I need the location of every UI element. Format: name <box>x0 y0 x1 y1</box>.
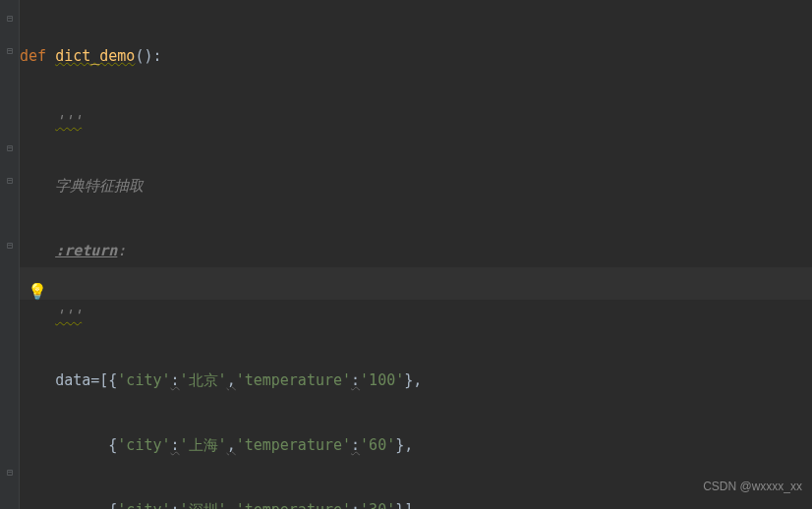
function-name: dict_demo <box>55 47 135 65</box>
string-key: 'temperature' <box>236 436 351 454</box>
code-line: {'city':'上海','temperature':'60'}, <box>20 429 422 462</box>
colon: : <box>171 371 180 389</box>
fold-marker-icon[interactable]: ⊟ <box>4 174 16 186</box>
bracket: }, <box>395 436 413 454</box>
code-line: ''' <box>20 105 422 138</box>
colon: : <box>171 436 180 454</box>
string-key: 'city' <box>117 371 170 389</box>
fold-marker-icon[interactable]: ⊟ <box>4 12 16 24</box>
bracket: }, <box>404 371 422 389</box>
colon: : <box>152 47 161 65</box>
colon: : <box>351 436 360 454</box>
bracket: { <box>108 436 117 454</box>
string-key: 'city' <box>117 436 170 454</box>
colon: : <box>351 501 360 509</box>
equals: = <box>90 371 99 389</box>
string-key: 'city' <box>117 501 170 509</box>
fold-marker-icon[interactable]: ⊟ <box>4 239 16 251</box>
comma: , <box>227 501 236 509</box>
string-value: '30' <box>360 501 395 509</box>
colon: : <box>351 371 360 389</box>
string-value: '60' <box>360 436 395 454</box>
variable: data <box>55 371 90 389</box>
docstring-colon: : <box>117 242 126 259</box>
comma: , <box>227 371 236 389</box>
keyword-def: def <box>20 47 46 65</box>
comma: , <box>227 436 236 454</box>
docstring-keyword: :return <box>55 242 117 259</box>
code-line: ''' <box>20 300 422 332</box>
string-value: '100' <box>360 371 404 389</box>
string-key: 'temperature' <box>236 501 351 509</box>
string-value: '深圳' <box>180 501 227 509</box>
colon: : <box>171 501 180 509</box>
string-value: '上海' <box>180 436 227 454</box>
fold-marker-icon[interactable]: ⊟ <box>4 141 16 153</box>
editor-gutter: ⊟ ⊟ ⊟ ⊟ ⊟ ⊟ <box>0 0 20 509</box>
code-line: {'city':'深圳','temperature':'30'}] <box>20 494 422 509</box>
bracket: }] <box>395 501 413 509</box>
bracket: { <box>108 501 117 509</box>
fold-marker-icon[interactable]: ⊟ <box>4 44 16 56</box>
code-line: 字典特征抽取 <box>20 170 422 202</box>
fold-marker-icon[interactable]: ⊟ <box>4 466 16 478</box>
docstring: ''' <box>55 112 82 130</box>
parens: () <box>135 47 152 65</box>
code-line: data=[{'city':'北京','temperature':'100'}, <box>20 365 422 397</box>
string-key: 'temperature' <box>236 371 351 389</box>
code-line: :return: <box>20 235 422 267</box>
code-editor[interactable]: def dict_demo(): ''' 字典特征抽取 :return: '''… <box>20 8 422 509</box>
string-value: '北京' <box>180 371 227 389</box>
bracket: [{ <box>99 371 117 389</box>
code-line: def dict_demo(): <box>20 40 422 73</box>
docstring-text: 字典特征抽取 <box>55 177 144 195</box>
docstring: ''' <box>55 307 82 324</box>
watermark: CSDN @wxxxx_xx <box>703 471 802 503</box>
